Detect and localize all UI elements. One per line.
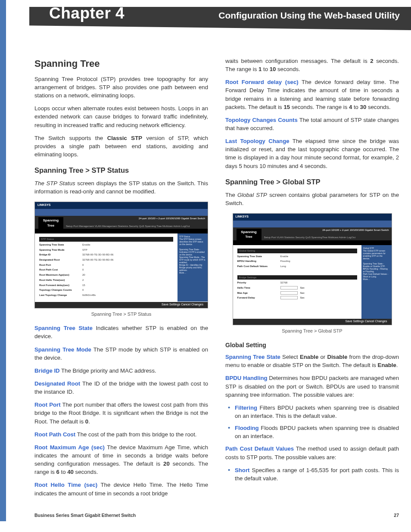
fig-tabs: Setup Port VLAN Statistics Security QoS … bbox=[264, 236, 356, 240]
fig-k: Root Path Cost bbox=[39, 268, 82, 272]
fig-k: Path Cost Default Values bbox=[237, 264, 280, 268]
fig-v: Enable bbox=[82, 243, 90, 247]
term: Root Hello Time (sec) bbox=[34, 482, 97, 488]
fig-k: Last Topology Change bbox=[39, 293, 82, 297]
term: Filtering bbox=[235, 404, 257, 411]
text: or bbox=[318, 354, 327, 360]
fig-stripe bbox=[233, 221, 392, 227]
term: Path Cost Default Values bbox=[225, 445, 294, 452]
fig-subbar bbox=[35, 229, 208, 233]
fig-v: Long bbox=[280, 264, 286, 268]
para: The Switch supports the Classic STP vers… bbox=[34, 134, 208, 159]
term: Bridge ID bbox=[34, 367, 60, 374]
h4-global-setting: Global Setting bbox=[225, 341, 399, 349]
text: Select bbox=[280, 354, 300, 360]
term: Designated Root bbox=[34, 380, 80, 387]
text: to bbox=[352, 104, 360, 110]
text: Floods BPDU packets when spanning tree i… bbox=[235, 425, 399, 439]
left-accent-strip bbox=[0, 0, 6, 521]
fig-tabs: Setup Port Management VLAN Management St… bbox=[66, 224, 190, 229]
list-item: Short Specifies a range of 1-65,535 for … bbox=[235, 466, 399, 482]
def: Spanning Tree State Select Enable or Dis… bbox=[225, 353, 399, 369]
text: seconds. The range is bbox=[290, 104, 349, 110]
fig-input bbox=[280, 286, 298, 289]
text: seconds. bbox=[366, 104, 390, 110]
fig-section: STP Status bbox=[39, 237, 173, 242]
def: Spanning Tree Mode The STP mode by which… bbox=[34, 345, 208, 362]
fig-v: 2 bbox=[82, 278, 84, 282]
term: Root Forward delay (sec) bbox=[225, 79, 299, 85]
fig-unit: Sec bbox=[300, 291, 305, 295]
text: Filters BPDU packets when spanning tree … bbox=[235, 404, 399, 419]
column-right: waits between configuration messages. Th… bbox=[225, 57, 399, 502]
text: seconds. bbox=[276, 66, 300, 72]
bold: 0 bbox=[85, 418, 88, 425]
fig-v: 32768 bbox=[280, 281, 288, 285]
fig-unit: Sec bbox=[300, 296, 305, 300]
def: Spanning Tree State Indicates whether ST… bbox=[34, 324, 208, 340]
text: to bbox=[262, 66, 269, 72]
text: The Bridge priority and MAC address. bbox=[60, 367, 156, 374]
fig-input bbox=[280, 291, 298, 295]
italic: The STP Status bbox=[34, 180, 75, 187]
bold: 6 bbox=[56, 469, 59, 475]
bullet-list: Filtering Filters BPDU packets when span… bbox=[225, 404, 399, 441]
fig-v: 32768-00-TE-3D-50-BD-06 bbox=[82, 253, 113, 257]
bold: 40 bbox=[67, 469, 74, 475]
fig-k: Priority bbox=[237, 281, 280, 285]
term: Root Path Cost bbox=[34, 431, 75, 438]
fig-v: 0 bbox=[82, 288, 84, 292]
bold: 15 bbox=[283, 104, 290, 110]
fig-k: Spanning Tree State bbox=[237, 255, 280, 258]
bold: Classic STP bbox=[107, 135, 142, 141]
def: Topology Changes Counts The total amount… bbox=[225, 116, 399, 132]
fig-v: 0d0h0m48s bbox=[82, 293, 96, 297]
h3-stp-status: Spanning Tree > STP Status bbox=[34, 165, 208, 176]
fig-main: STP Status Spanning Tree StateEnable Spa… bbox=[35, 233, 177, 302]
para: Loops occur when alternate routes exist … bbox=[34, 104, 208, 129]
def: Root Hello Time (sec) The device Hello T… bbox=[34, 481, 208, 497]
term: Spanning Tree State bbox=[34, 325, 93, 331]
text: Specifies a range of 1-65,535 for port p… bbox=[235, 467, 399, 482]
fig-stripe bbox=[35, 209, 208, 216]
bold: 20 bbox=[163, 460, 170, 467]
text: to bbox=[59, 469, 67, 475]
text: The port number that offers the lowest c… bbox=[34, 401, 208, 424]
fig-k: Spanning Tree State bbox=[39, 243, 82, 247]
term: Last Topology Change bbox=[225, 138, 290, 144]
text: seconds. bbox=[74, 469, 98, 475]
fig-v: 0 bbox=[82, 263, 84, 267]
figure-caption: Spanning Tree > STP Status bbox=[34, 311, 208, 318]
term: Topology Changes Counts bbox=[225, 117, 298, 123]
fig-k: Root Forward delay(sec) bbox=[39, 283, 82, 287]
term: Root Maximum Age (sec) bbox=[34, 444, 105, 451]
fig-k: Root Port bbox=[39, 263, 82, 267]
fig-tabbar: SpanningTree Setup Port VLAN Statistics … bbox=[233, 233, 392, 240]
fig-sidetab: SpanningTree bbox=[38, 217, 63, 229]
bold: 10 bbox=[270, 66, 276, 72]
page-number: 27 bbox=[394, 513, 399, 518]
def: Last Topology Change The elapsed time si… bbox=[225, 137, 399, 170]
para: waits between configuration messages. Th… bbox=[225, 57, 399, 73]
figure-global-stp: LINKSYS 24-port 10/100 + 2-port 10/100/1… bbox=[233, 213, 392, 325]
page-footer: Business Series Smart Gigabit Ethernet S… bbox=[26, 502, 411, 518]
para: The STP Status screen displays the STP s… bbox=[34, 179, 208, 196]
term: BPDU Handling bbox=[225, 375, 268, 381]
h2-spanning-tree: Spanning Tree bbox=[34, 57, 208, 71]
fig-k: Bridge ID bbox=[39, 253, 82, 257]
fig-footer: Save Settings Cancel Changes bbox=[233, 319, 392, 325]
figure-caption: Spanning Tree > Global STP bbox=[225, 328, 399, 335]
bullet-list: Short Specifies a range of 1-65,535 for … bbox=[225, 466, 399, 482]
fig-section: Global Setting bbox=[237, 249, 357, 253]
italic: Global STP bbox=[237, 192, 267, 198]
fig-v: 32768-00-TE-3D-50-BD-06 bbox=[82, 258, 113, 262]
footer-product: Business Series Smart Gigabit Ethernet S… bbox=[34, 513, 136, 518]
text: The cost of the path from this bridge to… bbox=[75, 431, 196, 438]
fig-v: 0 bbox=[82, 268, 84, 272]
text: The Switch supports the bbox=[34, 135, 107, 141]
chapter-title: Configuration Using the Web-based Utilit… bbox=[218, 10, 400, 21]
figure-stp-status: LINKSYS 24-port 10/100 + 2-port 10/100/1… bbox=[34, 202, 208, 308]
fig-k: Spanning Tree Mode bbox=[39, 248, 82, 252]
bold: 2 bbox=[370, 58, 373, 64]
para: Spanning Tree Protocol (STP) provides tr… bbox=[34, 75, 208, 100]
